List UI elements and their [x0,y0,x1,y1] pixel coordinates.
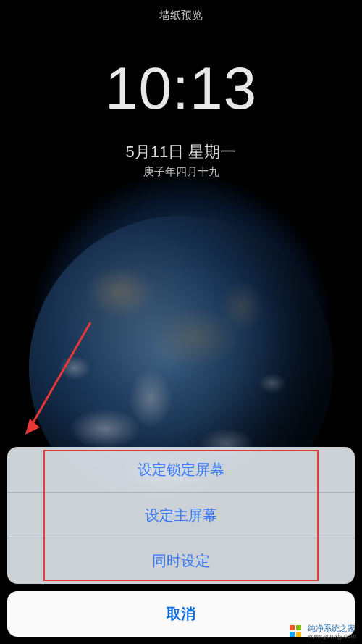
action-options-group: 设定锁定屏幕 设定主屏幕 同时设定 [7,447,355,584]
set-homescreen-button[interactable]: 设定主屏幕 [7,493,355,538]
set-both-button[interactable]: 同时设定 [7,538,355,584]
svg-rect-5 [296,632,301,637]
svg-rect-2 [290,625,295,630]
watermark-text-block: 纯净系统之家 www.ycwxjy.com [308,624,356,640]
wallpaper-preview-screen: 墙纸预览 10:13 5月11日 星期一 庚子年四月十九 设定锁定屏幕 设定主屏… [0,0,362,644]
svg-rect-4 [290,632,295,637]
lock-lunar-date: 庚子年四月十九 [0,165,362,179]
lock-date: 5月11日 星期一 [0,141,362,163]
watermark: 纯净系统之家 www.ycwxjy.com [288,624,356,640]
set-lockscreen-button[interactable]: 设定锁定屏幕 [7,447,355,493]
watermark-name: 纯净系统之家 [308,624,356,632]
watermark-logo-icon [288,624,304,640]
lock-time: 10:13 [0,54,362,122]
svg-rect-3 [296,625,301,630]
watermark-url: www.ycwxjy.com [308,632,356,640]
action-sheet: 设定锁定屏幕 设定主屏幕 同时设定 取消 [0,440,362,644]
page-title: 墙纸预览 [0,9,362,22]
